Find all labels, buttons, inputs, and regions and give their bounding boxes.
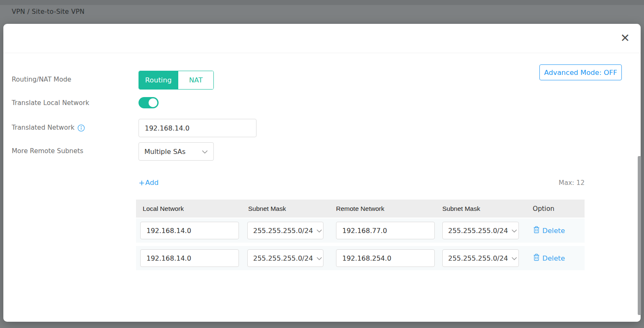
delete-row-button[interactable]: Delete: [533, 246, 565, 270]
modal-header: ✕: [3, 24, 641, 53]
local-network-input[interactable]: [140, 249, 239, 267]
table-row: 255.255.255.0/24 255.255.255.0/24: [136, 246, 585, 270]
translated-network-label: Translated Network: [12, 123, 85, 132]
close-icon[interactable]: ✕: [620, 32, 630, 44]
translate-local-network-label: Translate Local Network: [12, 99, 89, 107]
advanced-mode-button[interactable]: Advanced Mode: OFF: [539, 64, 622, 80]
remote-subnet-mask-select[interactable]: 255.255.255.0/24: [442, 249, 519, 267]
chevron-down-icon: [316, 254, 322, 262]
header-remote-network: Remote Network: [336, 200, 384, 218]
nat-option-button[interactable]: NAT: [178, 71, 213, 89]
trash-icon: [533, 254, 540, 263]
subnet-table: Local Network Subnet Mask Remote Network…: [136, 200, 585, 271]
remote-subnet-mask-select[interactable]: 255.255.255.0/24: [442, 222, 519, 239]
routing-option-button[interactable]: Routing: [139, 71, 178, 89]
more-remote-subnets-label: More Remote Subnets: [12, 147, 83, 155]
routing-nat-mode-label: Routing/NAT Mode: [12, 76, 71, 83]
more-remote-subnets-select[interactable]: Multiple SAs: [139, 142, 214, 161]
translated-network-label-text: Translated Network: [12, 124, 74, 131]
chevron-down-icon: [202, 148, 208, 156]
delete-label: Delete: [542, 227, 565, 235]
plus-icon: +: [139, 178, 145, 187]
header-subnet-mask-remote: Subnet Mask: [442, 200, 480, 218]
vertical-scrollbar-thumb[interactable]: [638, 156, 641, 315]
local-subnet-mask-select[interactable]: 255.255.255.0/24: [247, 249, 323, 267]
site-to-site-vpn-modal: ✕ Advanced Mode: OFF Routing/NAT Mode Ro…: [3, 24, 641, 322]
max-rows-label: Max: 12: [554, 179, 585, 187]
header-subnet-mask-local: Subnet Mask: [248, 200, 286, 218]
add-link-label: Add: [145, 179, 159, 187]
remote-network-input[interactable]: [336, 249, 435, 267]
add-subnet-link[interactable]: + Add: [139, 178, 159, 187]
chevron-down-icon: [511, 227, 517, 235]
routing-nat-segmented-control: Routing NAT: [139, 71, 214, 90]
breadcrumb: VPN / Site-to-Site VPN: [12, 8, 85, 15]
delete-label: Delete: [542, 254, 565, 262]
remote-subnet-mask-value: 255.255.255.0/24: [448, 227, 508, 235]
local-subnet-mask-select[interactable]: 255.255.255.0/24: [247, 222, 323, 239]
remote-network-input[interactable]: [336, 222, 435, 239]
local-network-input[interactable]: [140, 222, 239, 239]
chevron-down-icon: [316, 227, 322, 235]
more-remote-subnets-value: Multiple SAs: [144, 148, 185, 156]
info-icon[interactable]: [77, 124, 85, 132]
trash-icon: [533, 226, 540, 235]
page-top-band: [0, 0, 644, 5]
toggle-knob: [149, 98, 157, 107]
remote-subnet-mask-value: 255.255.255.0/24: [448, 254, 508, 262]
translate-local-network-toggle[interactable]: [139, 97, 159, 108]
local-subnet-mask-value: 255.255.255.0/24: [253, 254, 313, 262]
chevron-down-icon: [511, 254, 517, 262]
header-local-network: Local Network: [143, 200, 184, 218]
delete-row-button[interactable]: Delete: [533, 218, 565, 243]
header-option: Option: [533, 200, 554, 218]
subnet-table-header: Local Network Subnet Mask Remote Network…: [136, 200, 585, 218]
local-subnet-mask-value: 255.255.255.0/24: [253, 227, 313, 235]
translated-network-input[interactable]: [139, 119, 257, 137]
table-row: 255.255.255.0/24 255.255.255.0/24: [136, 218, 585, 243]
